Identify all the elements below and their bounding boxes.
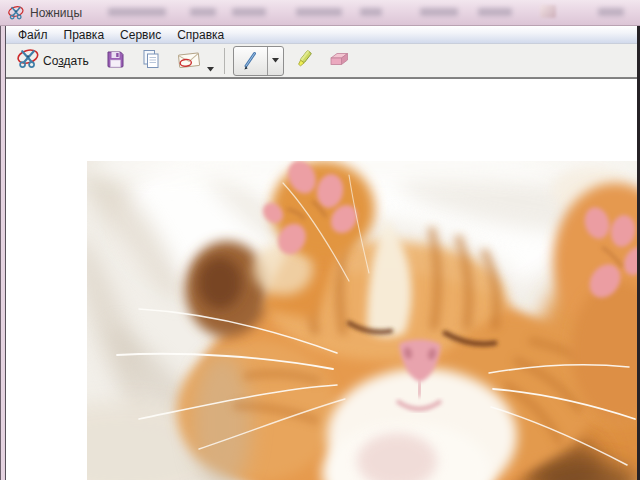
envelope-icon	[177, 49, 201, 73]
highlighter-button[interactable]	[288, 46, 320, 76]
send-button[interactable]	[171, 46, 220, 76]
save-floppy-icon	[105, 49, 125, 73]
menu-file[interactable]: Файл	[10, 27, 56, 43]
aero-glass-background-artifact	[540, 5, 556, 18]
captured-snip-image[interactable]	[87, 161, 637, 480]
snipping-tool-app-icon[interactable]	[8, 5, 24, 21]
menu-help[interactable]: Справка	[169, 27, 232, 43]
aero-glass-background-artifact	[232, 8, 266, 16]
aero-glass-background-artifact	[360, 8, 382, 16]
new-snip-label: Создать	[43, 54, 89, 68]
aero-glass-background-artifact	[296, 8, 342, 16]
titlebar[interactable]: Ножницы	[0, 0, 640, 26]
window-title: Ножницы	[30, 6, 82, 20]
aero-glass-background-artifact	[478, 8, 512, 16]
copy-button[interactable]	[135, 46, 167, 76]
new-snip-button[interactable]: Создать	[11, 46, 95, 76]
pen-icon[interactable]	[234, 47, 268, 75]
send-dropdown-arrow[interactable]	[207, 58, 214, 63]
menubar: Файл Правка Сервис Справка	[6, 26, 637, 44]
aero-glass-background-artifact	[108, 8, 166, 16]
aero-glass-background-artifact	[420, 8, 458, 16]
pen-dropdown-arrow[interactable]	[268, 47, 283, 75]
scissors-icon	[17, 48, 39, 74]
eraser-button[interactable]	[322, 46, 356, 76]
menu-tools[interactable]: Сервис	[112, 27, 169, 43]
snip-client-area	[6, 78, 637, 480]
menu-edit[interactable]: Правка	[56, 27, 113, 43]
toolbar-separator	[224, 48, 225, 74]
pen-tool-button[interactable]	[233, 46, 284, 76]
aero-glass-background-artifact	[598, 8, 624, 16]
toolbar: Создать	[6, 44, 637, 78]
copy-pages-icon	[141, 49, 161, 73]
save-button[interactable]	[99, 46, 131, 76]
highlighter-icon	[294, 49, 314, 73]
snipping-tool-window: Ножницы Файл Правка Сервис Справка	[0, 0, 640, 480]
aero-glass-background-artifact	[190, 8, 216, 16]
eraser-icon	[328, 49, 350, 73]
